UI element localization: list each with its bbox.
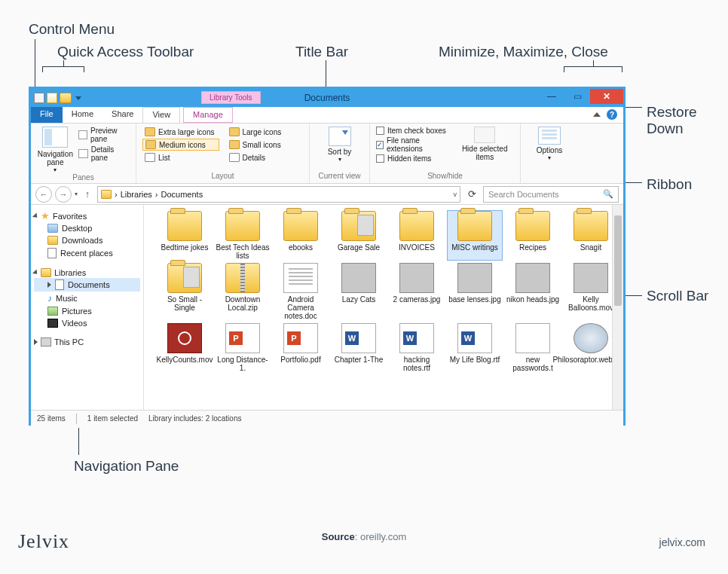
navtree-libraries[interactable]: Libraries — [34, 267, 140, 278]
image-icon — [457, 263, 492, 293]
quick-access-toolbar — [31, 93, 81, 103]
forward-button[interactable]: → — [55, 186, 72, 203]
up-button[interactable]: ↑ — [81, 188, 94, 201]
back-button[interactable]: ← — [35, 186, 52, 203]
file-item[interactable]: nikon heads.jpg — [506, 263, 560, 320]
navigation-pane-button[interactable]: Navigation pane ▾ — [37, 127, 74, 173]
navtree-this-pc[interactable]: This PC — [34, 337, 140, 347]
file-item[interactable]: Chapter 1-The — [332, 323, 386, 372]
annotation-control-menu: Control Menu — [29, 21, 115, 38]
sort-by-button[interactable]: Sort by ▾ — [316, 127, 363, 163]
ribbon-group-show-hide: Item check boxes ✓File name extensions H… — [370, 124, 521, 183]
hide-selected-label: Hide selected items — [455, 145, 514, 161]
file-item[interactable]: Kelly Balloons.mov — [564, 263, 618, 320]
navtree-videos[interactable]: Videos — [34, 317, 140, 329]
music-icon: ♪ — [47, 293, 52, 304]
breadcrumb[interactable]: › Libraries › Documents v — [97, 186, 460, 203]
file-item[interactable]: base lenses.jpg — [448, 263, 502, 320]
tab-home[interactable]: Home — [63, 107, 102, 123]
close-button[interactable]: ✕ — [590, 89, 623, 104]
file-item[interactable]: Long Distance-1. — [216, 323, 270, 372]
file-item[interactable]: KellyCounts.mov — [158, 323, 212, 372]
tab-share[interactable]: Share — [102, 107, 142, 123]
navtree-favorites[interactable]: ★Favorites — [34, 209, 140, 222]
file-item[interactable]: Garage Sale — [332, 211, 386, 260]
file-item[interactable]: Philosoraptor.webarchi — [564, 323, 618, 372]
details-pane-button[interactable]: Details pane — [78, 145, 130, 162]
tab-file[interactable]: File — [31, 107, 63, 123]
folder-icon — [167, 211, 202, 241]
jelvix-logo: Jelvix — [18, 530, 69, 553]
layout-extra-large-icons[interactable]: Extra large icons — [142, 127, 219, 137]
word-icon — [341, 323, 376, 353]
chevron-down-icon[interactable]: v — [454, 191, 457, 198]
file-item[interactable]: Recipes — [506, 211, 560, 260]
webarchive-icon — [574, 323, 608, 353]
minimize-button[interactable]: — — [539, 89, 564, 104]
file-item[interactable]: My Life Blog.rtf — [448, 323, 502, 372]
preview-pane-button[interactable]: Preview pane — [78, 127, 130, 143]
downloads-icon — [47, 236, 58, 245]
breadcrumb-documents[interactable]: Documents — [161, 190, 203, 199]
file-item[interactable]: Snagit — [564, 211, 618, 260]
file-item[interactable]: INVOICES — [390, 211, 444, 260]
document-icon — [283, 263, 318, 293]
layout-small-icons[interactable]: Small icons — [227, 139, 304, 151]
recent-icon — [47, 248, 57, 258]
help-icon[interactable]: ? — [607, 109, 617, 120]
file-item[interactable]: So Small - Single — [158, 263, 212, 320]
hide-selected-items-button[interactable]: Hide selected items — [455, 127, 514, 161]
navtree-pictures[interactable]: Pictures — [34, 305, 140, 317]
group-label-layout: Layout — [142, 172, 303, 182]
layout-large-icons[interactable]: Large icons — [227, 127, 304, 137]
file-item[interactable]: Best Tech Ideas lists — [216, 211, 270, 260]
qat-new-icon[interactable] — [47, 93, 57, 103]
checkbox-file-name-extensions[interactable]: ✓File name extensions — [376, 136, 449, 153]
navtree-downloads[interactable]: Downloads — [34, 234, 140, 246]
options-button[interactable]: Options ▾ — [527, 127, 572, 161]
checkbox-item-check-boxes[interactable]: Item check boxes — [376, 127, 449, 135]
layout-medium-icons[interactable]: Medium icons — [142, 139, 219, 151]
breadcrumb-libraries[interactable]: Libraries — [121, 190, 152, 199]
file-item[interactable]: Bedtime jokes — [158, 211, 212, 260]
window-title: Documents — [304, 93, 350, 103]
navigation-pane-label: Navigation pane — [37, 150, 74, 166]
file-item[interactable]: Downtown Local.zip — [216, 263, 270, 320]
control-menu-icon[interactable] — [34, 93, 44, 103]
file-item[interactable]: Android Camera notes.doc — [274, 263, 328, 320]
vertical-scrollbar[interactable] — [612, 205, 623, 410]
history-dropdown-icon[interactable]: ▾ — [75, 191, 78, 197]
title-bar[interactable]: Library Tools Documents — ▭ ✕ — [31, 89, 623, 107]
restore-down-button[interactable]: ▭ — [564, 89, 590, 104]
collapse-ribbon-icon[interactable] — [593, 112, 601, 117]
checkbox-icon — [376, 127, 384, 135]
file-item[interactable]: Lazy Cats — [332, 263, 386, 320]
annotation-navigation-pane: Navigation Pane — [74, 458, 179, 475]
layout-details[interactable]: Details — [227, 152, 304, 163]
videos-icon — [47, 319, 58, 328]
bracket — [42, 66, 84, 72]
file-item[interactable]: hacking notes.rtf — [390, 323, 444, 372]
qat-folder-icon[interactable] — [60, 93, 72, 103]
navtree-music[interactable]: ♪Music — [34, 292, 140, 305]
ribbon: Navigation pane ▾ Preview pane Details p… — [31, 124, 623, 184]
navigation-pane-icon — [42, 127, 68, 148]
navtree-recent-places[interactable]: Recent places — [34, 246, 140, 260]
file-item[interactable]: 2 cameras.jpg — [390, 263, 444, 320]
file-item[interactable]: Portfolio.pdf — [274, 323, 328, 372]
layout-list[interactable]: List — [142, 152, 219, 163]
qat-dropdown-icon[interactable] — [75, 96, 81, 100]
tab-manage[interactable]: Manage — [183, 107, 233, 123]
file-item-selected[interactable]: MISC writings — [448, 211, 502, 260]
navtree-documents[interactable]: Documents — [34, 278, 140, 292]
search-input[interactable]: Search Documents 🔍 — [483, 186, 619, 203]
refresh-button[interactable]: ⟳ — [463, 186, 480, 203]
checkbox-hidden-items[interactable]: Hidden items — [376, 154, 449, 163]
file-item[interactable]: ebooks — [274, 211, 328, 260]
tab-view[interactable]: View — [142, 107, 180, 123]
status-library-locations: Library includes: 2 locations — [148, 414, 241, 423]
checkbox-icon: ✓ — [376, 141, 384, 149]
navtree-desktop[interactable]: Desktop — [34, 222, 140, 234]
file-item[interactable]: new passwords.t — [506, 323, 560, 372]
folder-icon — [574, 211, 608, 241]
